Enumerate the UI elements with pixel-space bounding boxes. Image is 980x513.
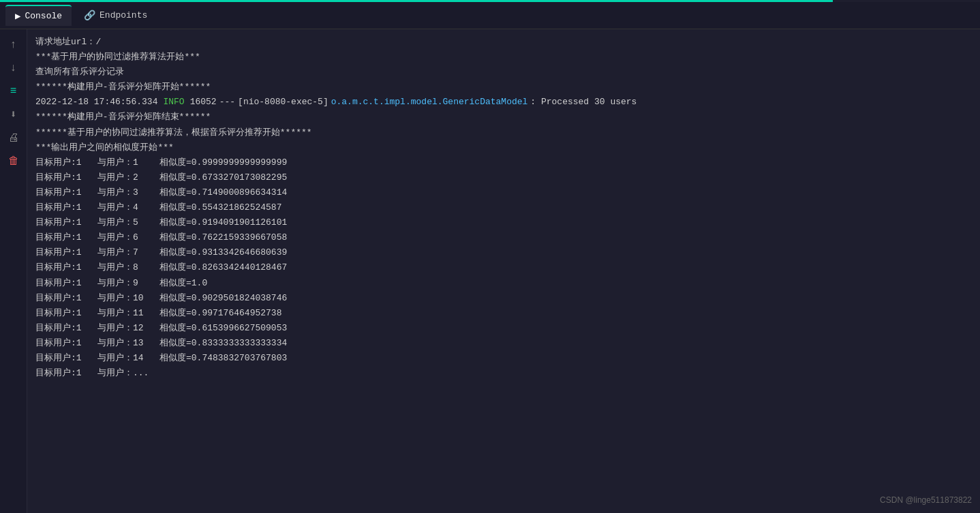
log-line: ******基于用户的协同过滤推荐算法，根据音乐评分推荐开始****** [35,125,972,140]
log-pid: 16052 [190,95,217,110]
console-output[interactable]: 请求地址url：/ ***基于用户的协同过滤推荐算法开始*** 查询所有音乐评分… [27,29,980,513]
console-icon: ▶ [15,10,20,22]
log-timestamp: 2022-12-18 17:46:56.334 [35,95,157,110]
log-line: 查询所有音乐评分记录 [35,65,972,80]
clear-button[interactable]: 🗑 [3,151,24,171]
log-line: 目标用户:1 与用户：1 相似度=0.9999999999999999 [35,155,972,170]
top-bar: ▶ Console 🔗 Endpoints [0,2,980,29]
log-thread: [nio-8080-exec-5] [238,95,328,110]
log-line: 目标用户:1 与用户：9 相似度=1.0 [35,276,972,291]
log-line: 目标用户:1 与用户：5 相似度=0.9194091901126101 [35,215,972,230]
log-line: 目标用户:1 与用户：11 相似度=0.997176464952738 [35,306,972,321]
log-line: ******构建用户-音乐评分矩阵开始****** [35,80,972,95]
log-class: o.a.m.c.t.impl.model.GenericDataModel [331,95,528,110]
print-button[interactable]: 🖨 [3,127,24,148]
log-line: 目标用户:1 与用户：4 相似度=0.554321862524587 [35,200,972,215]
log-level: INFO [163,95,184,110]
wrap-button[interactable]: ≡ [3,81,24,102]
main-layout: ↑ ↓ ≡ ⬇ 🖨 🗑 请求地址url：/ ***基于用户的协同过滤推荐算法开始… [0,29,980,513]
log-line: 目标用户:1 与用户：3 相似度=0.7149000896634314 [35,185,972,200]
log-line: ***基于用户的协同过滤推荐算法开始*** [35,50,972,65]
scroll-up-button[interactable]: ↑ [3,35,24,55]
log-line: 目标用户:1 与用户：... [35,366,972,381]
log-message: : Processed 30 users [530,95,637,110]
watermark: CSDN @linge511873822 [880,495,972,505]
log-line: 目标用户:1 与用户：12 相似度=0.6153996627509053 [35,321,972,336]
log-line: ***输出用户之间的相似度开始*** [35,140,972,155]
tab-console[interactable]: ▶ Console [5,5,72,26]
log-line: 目标用户:1 与用户：13 相似度=0.8333333333333334 [35,336,972,351]
log-line: 目标用户:1 与用户：7 相似度=0.9313342646680639 [35,245,972,260]
tab-endpoints-label: Endpoints [99,10,147,20]
log-separator1: --- [219,95,235,110]
info-log-line: 2022-12-18 17:46:56.334 INFO 16052 --- [… [35,95,972,110]
tab-console-label: Console [25,11,62,21]
scroll-down-button[interactable]: ↓ [3,58,24,78]
log-line: 目标用户:1 与用户：10 相似度=0.9029501824038746 [35,291,972,306]
endpoints-icon: 🔗 [84,10,95,21]
download-button[interactable]: ⬇ [3,104,24,125]
log-line: 目标用户:1 与用户：2 相似度=0.6733270173082295 [35,170,972,185]
sidebar: ↑ ↓ ≡ ⬇ 🖨 🗑 [0,29,27,513]
log-line: 目标用户:1 与用户：14 相似度=0.7483832703767803 [35,351,972,366]
log-line: 目标用户:1 与用户：6 相似度=0.7622159339667058 [35,230,972,245]
log-line: ******构建用户-音乐评分矩阵结束****** [35,110,972,125]
tab-endpoints[interactable]: 🔗 Endpoints [74,5,157,25]
log-line: 目标用户:1 与用户：8 相似度=0.8263342440128467 [35,260,972,275]
log-line: 请求地址url：/ [35,35,972,50]
